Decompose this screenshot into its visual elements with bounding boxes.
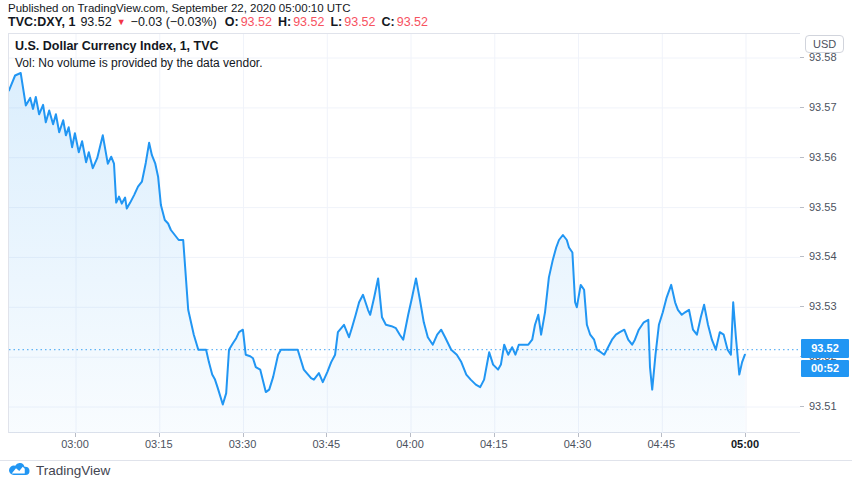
footer: TradingView [8,463,110,478]
tradingview-snapshot: Published on TradingView.com, September … [0,0,852,485]
current-price-label: 93.52 [801,339,849,358]
price-tick-mark [800,157,804,158]
time-tick-mark [410,433,411,437]
chart-title[interactable]: U.S. Dollar Currency Index, 1, TVC [15,39,262,53]
price-tick-label: 93.57 [809,101,837,113]
brand-name[interactable]: TradingView [36,463,110,478]
time-tick-mark [326,433,327,437]
time-tick-label: 04:15 [480,438,508,450]
high-label: H: [278,15,291,29]
chart-legend: U.S. Dollar Currency Index, 1, TVC Vol: … [15,39,262,70]
price-line-chart[interactable] [9,34,801,434]
price-tick-label: 93.51 [809,400,837,412]
published-line: Published on TradingView.com, September … [8,2,350,14]
price-down-icon: ▼ [117,18,126,27]
chart-plot-area[interactable]: U.S. Dollar Currency Index, 1, TVC Vol: … [8,33,800,433]
time-tick-mark [75,433,76,437]
close-label: C: [382,15,395,29]
time-tick-mark [243,433,244,437]
low-value: 93.52 [344,15,375,29]
price-tick-mark [800,306,804,307]
time-tick-mark [578,433,579,437]
price-change: −0.03 (−0.03%) [131,15,217,29]
high-value: 93.52 [293,15,324,29]
time-axis[interactable]: 03:0003:1503:3003:4504:0004:1504:3004:45… [0,433,852,461]
tradingview-logo-icon[interactable] [8,463,30,478]
time-tick-label: 03:45 [312,438,340,450]
time-tick-mark [494,433,495,437]
price-tick-label: 93.56 [809,151,837,163]
currency-button[interactable]: USD [805,35,844,53]
volume-note: Vol: No volume is provided by the data v… [15,56,262,70]
time-tick-label: 04:00 [396,438,424,450]
time-tick-label: 03:30 [229,438,257,450]
low-label: L: [330,15,342,29]
time-tick-mark [159,433,160,437]
time-tick-label: 03:00 [61,438,89,450]
price-axis[interactable]: USD 93.52 00:52 93.5893.5793.5693.5593.5… [800,33,852,433]
bar-countdown-label: 00:52 [801,360,849,377]
price-tick-mark [800,107,804,108]
price-tick-mark [800,406,804,407]
symbol-name[interactable]: TVC:DXY, 1 [8,15,75,29]
time-tick-label: 04:30 [564,438,592,450]
time-tick-mark [745,433,746,437]
price-tick-mark [800,207,804,208]
open-value: 93.52 [241,15,272,29]
price-tick-mark [800,256,804,257]
close-value: 93.52 [397,15,428,29]
symbol-status-line: TVC:DXY, 1 93.52 ▼ −0.03 (−0.03%) O: 93.… [8,15,432,29]
price-tick-label: 93.53 [809,300,837,312]
price-tick-label: 93.55 [809,201,837,213]
time-tick-mark [661,433,662,437]
time-tick-label: 04:45 [647,438,675,450]
last-price: 93.52 [80,15,111,29]
time-tick-label: 05:00 [731,438,759,450]
price-tick-mark [800,57,804,58]
price-tick-label: 93.54 [809,250,837,262]
ohlc-group: O: 93.52 H: 93.52 L: 93.52 C: 93.52 [225,15,432,29]
open-label: O: [225,15,239,29]
time-tick-label: 03:15 [145,438,173,450]
